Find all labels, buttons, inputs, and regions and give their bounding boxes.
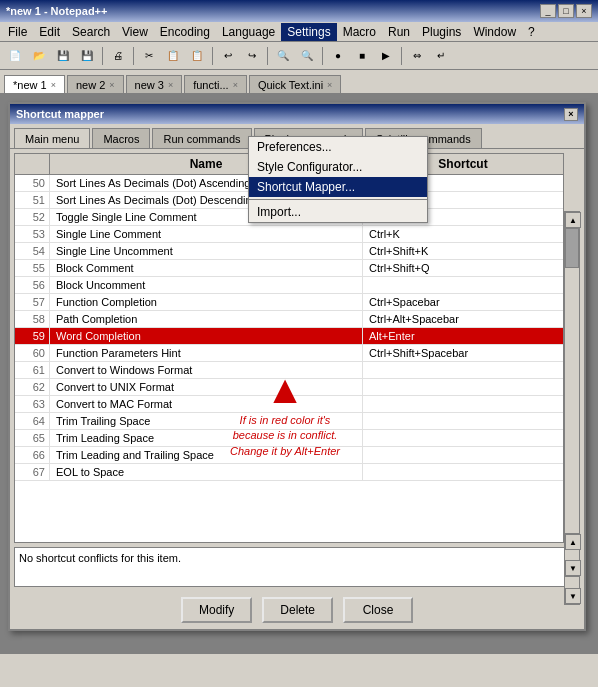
status-scrollbar: ▲ ▼ <box>564 533 580 577</box>
table-row[interactable]: 60Function Parameters HintCtrl+Shift+Spa… <box>15 345 563 362</box>
macro-record-button[interactable]: ● <box>327 45 349 67</box>
tab-new3[interactable]: new 3 × <box>126 75 183 93</box>
menu-macro[interactable]: Macro <box>337 23 382 41</box>
status-scroll-up[interactable]: ▲ <box>565 534 581 550</box>
table-row[interactable]: 63Convert to MAC Format <box>15 396 563 413</box>
modify-button[interactable]: Modify <box>181 597 252 623</box>
maximize-button[interactable]: □ <box>558 4 574 18</box>
sync-scroll-button[interactable]: ⇔ <box>406 45 428 67</box>
toolbar-separator-2 <box>133 47 134 65</box>
dropdown-menu: Preferences... Style Configurator... Sho… <box>248 136 428 223</box>
menu-window[interactable]: Window <box>467 23 522 41</box>
menu-help[interactable]: ? <box>522 23 541 41</box>
cell-name: Function Parameters Hint <box>50 345 363 361</box>
menu-run[interactable]: Run <box>382 23 416 41</box>
toolbar-separator-1 <box>102 47 103 65</box>
import-menu-item[interactable]: Import... <box>249 202 427 222</box>
copy-button[interactable]: 📋 <box>162 45 184 67</box>
menu-plugins[interactable]: Plugins <box>416 23 467 41</box>
shortcut-mapper-menu-item[interactable]: Shortcut Mapper... <box>249 177 427 197</box>
table-row[interactable]: 64Trim Trailing Space <box>15 413 563 430</box>
cell-shortcut <box>363 379 563 395</box>
scroll-up-button[interactable]: ▲ <box>565 212 581 228</box>
table-row[interactable]: 57Function CompletionCtrl+Spacebar <box>15 294 563 311</box>
menu-bar: File Edit Search View Encoding Language … <box>0 22 598 42</box>
menu-search[interactable]: Search <box>66 23 116 41</box>
cell-name: Trim Trailing Space <box>50 413 363 429</box>
tab-func[interactable]: functi... × <box>184 75 247 93</box>
cell-num: 54 <box>15 243 50 259</box>
table-row[interactable]: 66Trim Leading and Trailing Space <box>15 447 563 464</box>
zoom-in-button[interactable]: 🔍 <box>272 45 294 67</box>
menu-settings[interactable]: Settings <box>281 23 336 41</box>
cell-num: 61 <box>15 362 50 378</box>
tab-close-new3[interactable]: × <box>168 80 173 90</box>
style-configurator-menu-item[interactable]: Style Configurator... <box>249 157 427 177</box>
preferences-menu-item[interactable]: Preferences... <box>249 137 427 157</box>
tab-macros[interactable]: Macros <box>92 128 150 148</box>
cut-button[interactable]: ✂ <box>138 45 160 67</box>
tab-quicktext[interactable]: Quick Text.ini × <box>249 75 341 93</box>
tab-close-new2[interactable]: × <box>109 80 114 90</box>
tab-close-func[interactable]: × <box>233 80 238 90</box>
table-row[interactable]: 58Path CompletionCtrl+Alt+Spacebar <box>15 311 563 328</box>
cell-shortcut: Ctrl+Alt+Spacebar <box>363 311 563 327</box>
cell-shortcut: Ctrl+Shift+Spacebar <box>363 345 563 361</box>
settings-dropdown: Preferences... Style Configurator... Sho… <box>248 136 428 223</box>
cell-name: Single Line Comment <box>50 226 363 242</box>
tab-new2[interactable]: new 2 × <box>67 75 124 93</box>
table-row[interactable]: 55Block CommentCtrl+Shift+Q <box>15 260 563 277</box>
table-row[interactable]: 53Single Line CommentCtrl+K <box>15 226 563 243</box>
redo-button[interactable]: ↪ <box>241 45 263 67</box>
cell-shortcut: Alt+Enter <box>363 328 563 344</box>
close-button[interactable]: Close <box>343 597 413 623</box>
cell-name: Block Comment <box>50 260 363 276</box>
close-button[interactable]: × <box>576 4 592 18</box>
zoom-out-button[interactable]: 🔍 <box>296 45 318 67</box>
menu-file[interactable]: File <box>2 23 33 41</box>
table-row[interactable]: 56Block Uncomment <box>15 277 563 294</box>
cell-num: 64 <box>15 413 50 429</box>
cell-num: 57 <box>15 294 50 310</box>
status-scroll-down[interactable]: ▼ <box>565 560 581 576</box>
dialog-close-button[interactable]: × <box>564 108 578 121</box>
save-all-button[interactable]: 💾 <box>76 45 98 67</box>
title-bar: *new 1 - Notepad++ _ □ × <box>0 0 598 22</box>
menu-edit[interactable]: Edit <box>33 23 66 41</box>
tab-run-commands[interactable]: Run commands <box>152 128 251 148</box>
tab-close-quicktext[interactable]: × <box>327 80 332 90</box>
cell-name: Single Line Uncomment <box>50 243 363 259</box>
table-row[interactable]: 67EOL to Space <box>15 464 563 481</box>
table-row[interactable]: 62Convert to UNIX Format <box>15 379 563 396</box>
delete-button[interactable]: Delete <box>262 597 333 623</box>
cell-shortcut <box>363 413 563 429</box>
print-button[interactable]: 🖨 <box>107 45 129 67</box>
scroll-down-button[interactable]: ▼ <box>565 588 581 604</box>
cell-num: 53 <box>15 226 50 242</box>
menu-view[interactable]: View <box>116 23 154 41</box>
wrap-button[interactable]: ↵ <box>430 45 452 67</box>
minimize-button[interactable]: _ <box>540 4 556 18</box>
scroll-thumb[interactable] <box>565 228 579 268</box>
new-button[interactable]: 📄 <box>4 45 26 67</box>
tab-main-menu[interactable]: Main menu <box>14 128 90 148</box>
table-row[interactable]: 65Trim Leading Space <box>15 430 563 447</box>
tab-close-new1[interactable]: × <box>51 80 56 90</box>
table-row[interactable]: 59Word CompletionAlt+Enter <box>15 328 563 345</box>
macro-stop-button[interactable]: ■ <box>351 45 373 67</box>
open-button[interactable]: 📂 <box>28 45 50 67</box>
save-button[interactable]: 💾 <box>52 45 74 67</box>
dialog-title-bar: Shortcut mapper × <box>10 104 584 124</box>
cell-num: 62 <box>15 379 50 395</box>
menu-encoding[interactable]: Encoding <box>154 23 216 41</box>
menu-language[interactable]: Language <box>216 23 281 41</box>
window-controls: _ □ × <box>540 4 592 18</box>
tab-new1[interactable]: *new 1 × <box>4 75 65 93</box>
table-row[interactable]: 54Single Line UncommentCtrl+Shift+K <box>15 243 563 260</box>
macro-play-button[interactable]: ▶ <box>375 45 397 67</box>
cell-num: 58 <box>15 311 50 327</box>
table-row[interactable]: 61Convert to Windows Format <box>15 362 563 379</box>
paste-button[interactable]: 📋 <box>186 45 208 67</box>
undo-button[interactable]: ↩ <box>217 45 239 67</box>
cell-shortcut: Ctrl+Spacebar <box>363 294 563 310</box>
